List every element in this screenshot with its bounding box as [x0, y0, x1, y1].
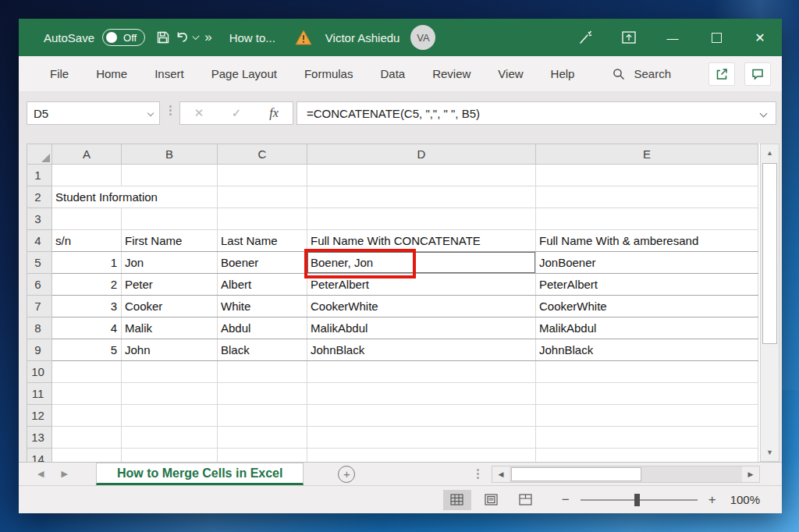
vertical-scrollbar[interactable]: ▲ ▼ [760, 144, 779, 462]
row-header-5[interactable]: 5 [27, 252, 52, 274]
vertical-scrollbar-thumb[interactable] [762, 163, 777, 344]
cell-D11[interactable] [307, 383, 536, 405]
cell-C2[interactable] [218, 186, 307, 208]
column-header-A[interactable]: A [52, 144, 122, 165]
menu-tab-home[interactable]: Home [96, 67, 127, 80]
horizontal-scrollbar-track[interactable] [510, 466, 742, 482]
cell-E5[interactable]: JonBoener [536, 252, 758, 274]
cell-A10[interactable] [52, 361, 122, 383]
cell-D9[interactable]: JohnBlack [307, 339, 536, 361]
row-header-6[interactable]: 6 [27, 274, 52, 296]
menu-tab-view[interactable]: View [498, 67, 523, 80]
scroll-down-icon[interactable]: ▼ [761, 444, 779, 461]
cell-A1[interactable] [52, 165, 122, 186]
minimize-button[interactable]: — [651, 19, 694, 56]
wand-button[interactable] [563, 19, 607, 56]
zoom-in-button[interactable]: + [708, 492, 716, 508]
horizontal-scrollbar-thumb[interactable] [511, 467, 641, 481]
cell-D8[interactable]: MalikAbdul [307, 317, 536, 339]
row-header-14[interactable]: 14 [27, 449, 52, 463]
cell-C6[interactable]: Albert [218, 274, 307, 296]
user-name[interactable]: Victor Ashiedu [325, 31, 400, 44]
cell-A5[interactable]: 1 [52, 252, 122, 274]
cell-D2[interactable] [307, 186, 536, 208]
sheet-tab-active[interactable]: How to Merge Cells in Excel [96, 463, 304, 485]
menu-tab-data[interactable]: Data [380, 67, 405, 80]
row-header-13[interactable]: 13 [27, 427, 52, 449]
cell-E10[interactable] [536, 361, 758, 383]
zoom-slider[interactable] [581, 499, 698, 501]
cell-A2[interactable]: Student Information [52, 186, 122, 208]
user-avatar[interactable]: VA [410, 25, 435, 50]
select-all-corner[interactable] [27, 144, 52, 165]
cell-B3[interactable] [122, 208, 218, 230]
cell-B14[interactable] [122, 449, 218, 463]
menu-tab-help[interactable]: Help [551, 67, 575, 80]
autosave-toggle[interactable]: Off [102, 29, 145, 46]
horizontal-scrollbar[interactable]: ◀ ▶ [492, 466, 760, 483]
row-header-3[interactable]: 3 [27, 208, 52, 230]
cancel-icon[interactable]: ✕ [180, 106, 218, 120]
cell-A11[interactable] [52, 383, 122, 405]
row-header-11[interactable]: 11 [27, 383, 52, 405]
cell-A12[interactable] [52, 405, 122, 427]
formula-bar-drag-handle[interactable] [169, 105, 172, 115]
column-header-E[interactable]: E [536, 144, 758, 165]
cell-B8[interactable]: Malik [122, 317, 218, 339]
cell-E14[interactable] [536, 449, 758, 463]
column-header-D[interactable]: D [307, 144, 536, 165]
cell-A9[interactable]: 5 [52, 339, 122, 361]
cell-C3[interactable] [218, 208, 307, 230]
name-box[interactable]: D5 [27, 101, 160, 125]
cell-B13[interactable] [122, 427, 218, 449]
cell-D10[interactable] [307, 361, 536, 383]
zoom-level[interactable]: 100% [730, 493, 760, 506]
sheet-nav-left-icon[interactable]: ◀ [37, 469, 44, 479]
menu-tab-insert[interactable]: Insert [154, 67, 184, 80]
cell-E6[interactable]: PeterAlbert [536, 274, 758, 296]
cell-C14[interactable] [218, 449, 307, 463]
cell-B4[interactable]: First Name [122, 230, 218, 252]
cell-B5[interactable]: Jon [122, 252, 218, 274]
cell-E13[interactable] [536, 427, 758, 449]
row-header-12[interactable]: 12 [27, 405, 52, 427]
row-header-1[interactable]: 1 [27, 165, 52, 186]
toolbar-overflow-button[interactable]: » [204, 30, 211, 45]
cell-B7[interactable]: Cooker [122, 296, 218, 317]
cell-B11[interactable] [122, 383, 218, 405]
cell-C12[interactable] [218, 405, 307, 427]
sheet-nav-right-icon[interactable]: ▶ [61, 469, 67, 479]
cell-C10[interactable] [218, 361, 307, 383]
cell-A14[interactable] [52, 449, 122, 463]
page-layout-view-button[interactable] [478, 490, 506, 510]
cell-C9[interactable]: Black [218, 339, 307, 361]
cell-C8[interactable]: Abdul [218, 317, 307, 339]
name-box-dropdown-icon[interactable] [147, 110, 154, 116]
formula-bar-expand-icon[interactable] [760, 109, 768, 117]
menu-tab-file[interactable]: File [50, 67, 69, 80]
cell-E4[interactable]: Full Name With & amberesand [536, 230, 758, 252]
cell-D14[interactable] [307, 449, 536, 463]
search-control[interactable]: Search [612, 67, 671, 81]
add-sheet-button[interactable]: + [338, 466, 355, 483]
cell-E12[interactable] [536, 405, 758, 427]
row-header-9[interactable]: 9 [27, 339, 52, 361]
row-header-2[interactable]: 2 [27, 186, 52, 208]
comments-button[interactable] [744, 62, 771, 86]
scroll-right-icon[interactable]: ▶ [742, 466, 759, 482]
zoom-out-button[interactable]: − [562, 492, 570, 508]
insert-function-icon[interactable]: fx [255, 106, 293, 120]
menu-tab-formulas[interactable]: Formulas [304, 67, 353, 80]
cell-D3[interactable] [307, 208, 536, 230]
cell-A6[interactable]: 2 [52, 274, 122, 296]
cell-C4[interactable]: Last Name [218, 230, 307, 252]
normal-view-button[interactable] [443, 490, 471, 510]
sheetbar-drag-handle[interactable] [477, 469, 479, 479]
cell-C11[interactable] [218, 383, 307, 405]
cell-C5[interactable]: Boener [218, 252, 307, 274]
row-header-4[interactable]: 4 [27, 230, 52, 252]
cell-E9[interactable]: JohnBlack [536, 339, 758, 361]
zoom-slider-thumb[interactable] [634, 494, 640, 506]
cell-A13[interactable] [52, 427, 122, 449]
column-header-C[interactable]: C [218, 144, 307, 165]
